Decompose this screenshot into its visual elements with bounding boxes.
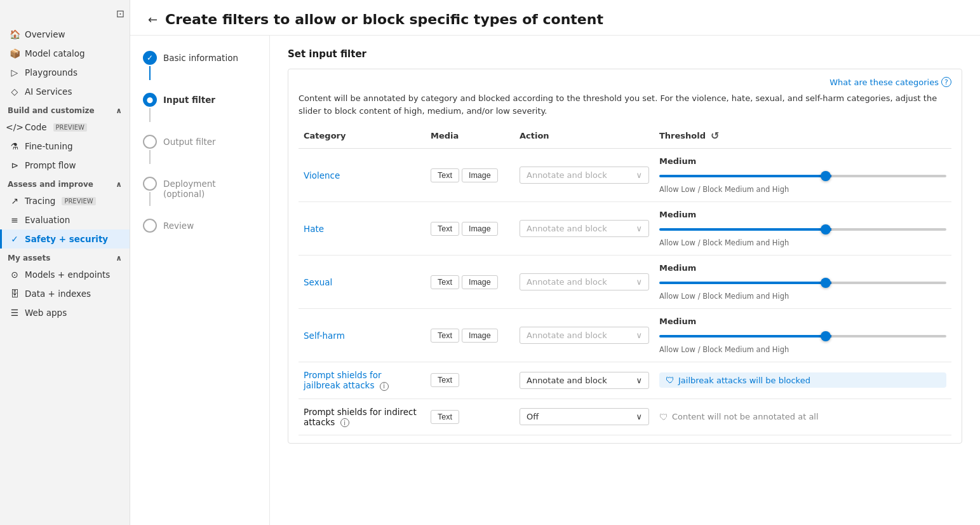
- table-row: Prompt shields for jailbreak attacks i T…: [299, 362, 951, 399]
- sidebar-item-prompt-flow[interactable]: ⊳ Prompt flow: [0, 156, 130, 175]
- indirect-info-icon: i: [340, 418, 349, 427]
- safety-security-icon: ✓: [10, 234, 20, 244]
- preview-badge-tracing: PREVIEW: [62, 197, 95, 205]
- action-dropdown-jailbreak[interactable]: Annotate and block ∨: [520, 372, 649, 389]
- media-btn-image-self-harm[interactable]: Image: [462, 329, 498, 343]
- sidebar-item-web-apps[interactable]: ☰ Web apps: [0, 303, 130, 322]
- home-icon: 🏠: [10, 29, 20, 39]
- action-dropdown-self-harm[interactable]: Annotate and block ∨: [520, 327, 649, 344]
- media-btn-image-sexual[interactable]: Image: [462, 275, 498, 289]
- sidebar-item-safety-security[interactable]: ✓ Safety + security: [0, 229, 130, 249]
- section-build-customize[interactable]: Build and customize ∧: [0, 101, 130, 118]
- category-indirect[interactable]: Prompt shields for indirect attacks: [304, 407, 417, 427]
- media-btn-text-self-harm[interactable]: Text: [431, 329, 459, 343]
- sidebar-item-code[interactable]: </> Code PREVIEW: [0, 118, 130, 137]
- step-indicator-basic-info: ✓: [143, 51, 157, 65]
- category-violence[interactable]: Violence: [304, 170, 340, 181]
- table-row: Sexual Text Image Annotate and block: [299, 256, 951, 309]
- what-are-categories-link[interactable]: What are these categories ?: [829, 77, 951, 87]
- step-indicator-deployment: [143, 177, 157, 191]
- category-self-harm[interactable]: Self-harm: [304, 331, 345, 341]
- section-title: Set input filter: [288, 48, 962, 60]
- slider-sexual[interactable]: [659, 276, 946, 289]
- sidebar-item-evaluation[interactable]: ≡ Evaluation: [0, 210, 130, 229]
- jailbreak-status: 🛡 Jailbreak attacks will be blocked: [659, 372, 946, 388]
- step-review[interactable]: Review: [143, 219, 257, 233]
- preview-badge-code: PREVIEW: [53, 123, 87, 132]
- dropdown-chevron-sexual: ∨: [636, 277, 642, 287]
- step-label-output-filter: Output filter: [163, 136, 216, 147]
- info-box: What are these categories ? Content will…: [288, 69, 962, 444]
- step-basic-info[interactable]: ✓ Basic information: [143, 51, 257, 93]
- step-label-deployment: Deployment (optional): [163, 178, 257, 199]
- dropdown-chevron-violence: ∨: [636, 170, 642, 180]
- sidebar-item-overview[interactable]: 🏠 Overview: [0, 25, 130, 44]
- chevron-up-icon: ∧: [116, 106, 122, 115]
- category-hate[interactable]: Hate: [304, 224, 324, 234]
- action-dropdown-hate[interactable]: Annotate and block ∨: [520, 220, 649, 237]
- threshold-level-hate: Medium: [659, 210, 946, 219]
- sidebar-item-ai-services[interactable]: ◇ AI Services: [0, 82, 130, 101]
- page-title: Create filters to allow or block specifi…: [165, 11, 603, 27]
- back-button[interactable]: ←: [148, 13, 158, 26]
- threshold-level-self-harm: Medium: [659, 317, 946, 326]
- th-category: Category: [299, 126, 426, 149]
- sidebar-item-fine-tuning[interactable]: ⚗ Fine-tuning: [0, 137, 130, 156]
- data-indexes-icon: 🗄: [10, 289, 20, 299]
- models-endpoints-icon: ⊙: [10, 269, 20, 280]
- category-jailbreak[interactable]: Prompt shields for jailbreak attacks: [304, 370, 382, 390]
- step-label-basic-info: Basic information: [163, 52, 238, 63]
- sidebar-item-playgrounds[interactable]: ▷ Playgrounds: [0, 63, 130, 82]
- sidebar-item-model-catalog[interactable]: 📦 Model catalog: [0, 44, 130, 63]
- fine-tuning-icon: ⚗: [10, 141, 20, 151]
- media-btn-image-hate[interactable]: Image: [462, 222, 498, 236]
- step-output-filter[interactable]: Output filter: [143, 135, 257, 177]
- step-deployment[interactable]: Deployment (optional): [143, 177, 257, 219]
- media-btn-text-indirect[interactable]: Text: [431, 410, 459, 424]
- table-row: Hate Text Image Annotate and block: [299, 202, 951, 256]
- playgrounds-icon: ▷: [10, 67, 20, 78]
- dropdown-chevron-self-harm: ∨: [636, 331, 642, 340]
- form-area: Set input filter What are these categori…: [270, 36, 980, 525]
- slider-self-harm[interactable]: [659, 330, 946, 343]
- content-area: ✓ Basic information ● Input filter Outpu…: [130, 36, 980, 525]
- action-dropdown-indirect[interactable]: Off ∨: [520, 408, 649, 425]
- shield-outline-icon: 🛡: [659, 412, 668, 422]
- threshold-level-violence: Medium: [659, 156, 946, 166]
- step-input-filter[interactable]: ● Input filter: [143, 93, 257, 135]
- sidebar-item-data-indexes[interactable]: 🗄 Data + indexes: [0, 284, 130, 303]
- step-indicator-input-filter: ●: [143, 93, 157, 107]
- sidebar-item-tracing[interactable]: ↗ Tracing PREVIEW: [0, 191, 130, 210]
- threshold-desc-self-harm: Allow Low / Block Medium and High: [659, 345, 946, 354]
- indirect-status: 🛡 Content will not be annotated at all: [659, 412, 946, 422]
- action-dropdown-sexual[interactable]: Annotate and block ∨: [520, 273, 649, 290]
- page-header: ← Create filters to allow or block speci…: [130, 0, 980, 36]
- reset-threshold-icon[interactable]: ↺: [711, 130, 719, 142]
- media-btn-image-violence[interactable]: Image: [462, 168, 498, 182]
- media-btn-text-sexual[interactable]: Text: [431, 275, 459, 289]
- step-label-input-filter: Input filter: [163, 94, 215, 105]
- th-threshold: Threshold ↺: [654, 126, 951, 149]
- section-my-assets[interactable]: My assets ∧: [0, 249, 130, 265]
- info-circle-icon: ?: [941, 77, 951, 87]
- sidebar: ⊡ 🏠 Overview 📦 Model catalog ▷ Playgroun…: [0, 0, 130, 525]
- sidebar-top: ⊡: [0, 5, 130, 25]
- dropdown-chevron-indirect: ∨: [636, 412, 642, 421]
- media-btn-text-jailbreak[interactable]: Text: [431, 373, 459, 387]
- step-indicator-output-filter: [143, 135, 157, 149]
- action-dropdown-violence[interactable]: Annotate and block ∨: [520, 167, 649, 184]
- table-row: Self-harm Text Image Annotate and block: [299, 309, 951, 362]
- category-sexual[interactable]: Sexual: [304, 277, 332, 287]
- sidebar-item-models-endpoints[interactable]: ⊙ Models + endpoints: [0, 265, 130, 284]
- tracing-icon: ↗: [10, 196, 20, 206]
- section-assess-improve[interactable]: Assess and improve ∧: [0, 175, 130, 191]
- threshold-level-sexual: Medium: [659, 263, 946, 273]
- media-btn-text-hate[interactable]: Text: [431, 222, 459, 236]
- slider-violence[interactable]: [659, 170, 946, 182]
- th-media: Media: [426, 126, 514, 149]
- media-btn-text-violence[interactable]: Text: [431, 168, 459, 182]
- main-content: ← Create filters to allow or block speci…: [130, 0, 980, 525]
- filter-table: Category Media Action Threshold ↺: [299, 126, 951, 435]
- slider-hate[interactable]: [659, 223, 946, 236]
- collapse-icon[interactable]: ⊡: [116, 8, 124, 20]
